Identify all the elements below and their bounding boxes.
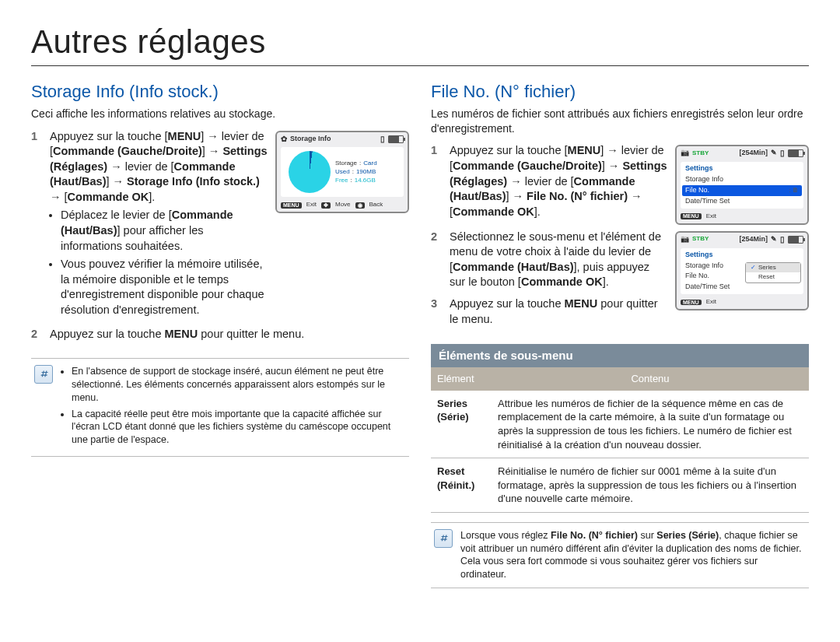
fileno-note-text: Lorsque vous réglez File No. (N° fichier…: [460, 529, 806, 582]
exit-label: Exit: [706, 213, 716, 220]
th-content: Contenu: [492, 367, 809, 391]
cell-reset-label: Reset(Réinit.): [431, 458, 492, 513]
used-key: Used: [335, 169, 350, 176]
back-label: Back: [369, 202, 383, 209]
right-column: File No. (N° fichier) Les numéros de fic…: [431, 80, 809, 588]
step-1-bullet-2: Vous pouvez vérifier la mémoire utilisée…: [61, 257, 268, 317]
back-btn-icon: ◉: [355, 202, 365, 209]
cell-series-label: Series(Série): [431, 391, 492, 458]
step-1-bullet-1: Déplacez le levier de [Commande (Haut/Ba…: [61, 208, 268, 254]
r-step-1-body: Appuyez sur la touche [MENU] → levier de…: [450, 143, 667, 219]
r-step-3-body: Appuyez sur la touche MENU pour quitter …: [450, 296, 667, 327]
left-column: Storage Info (Info stock.) Ceci affiche …: [31, 80, 409, 588]
row-datetime: Date/Time Set: [685, 198, 799, 205]
table-row: Series(Série) Attribue les numéros de fi…: [431, 391, 809, 458]
exit-label: Exit: [706, 299, 716, 306]
card-icon: [780, 149, 785, 158]
free-key: Free: [335, 177, 348, 184]
r-step-1-number: 1: [431, 143, 443, 219]
page-title: Autres réglages: [31, 23, 809, 66]
storage-info-intro: Ceci affiche les informations relatives …: [31, 107, 409, 121]
camera-icon: [681, 149, 689, 157]
table-row: Reset(Réinit.) Réinitialise le numéro de…: [431, 458, 809, 513]
free-val: 14.6GB: [355, 177, 376, 184]
row-settings: Settings: [685, 165, 799, 173]
storage-note: ⌗ En l'absence de support de stockage in…: [31, 358, 409, 457]
fileno-note: ⌗ Lorsque vous réglez File No. (N° fichi…: [431, 522, 809, 589]
battery-icon: [388, 135, 404, 143]
submenu-heading: Éléments de sous-menu: [431, 344, 809, 367]
mins-label: [254Min]: [739, 236, 768, 244]
menu-btn-label: MENU: [681, 300, 702, 306]
used-val: 190MB: [356, 169, 376, 176]
battery-icon: [788, 149, 803, 157]
step-1-body: Appuyez sur la touche [MENU] → levier de…: [50, 129, 268, 321]
step-2-number: 2: [31, 327, 44, 342]
r-step-2-body: Sélectionnez le sous-menu et l'élément d…: [450, 230, 667, 290]
menu-btn-label: MENU: [681, 213, 702, 219]
row-settings: Settings: [685, 251, 799, 259]
gear-icon: [281, 135, 287, 144]
lcd-fileno-options: STBY [254Min] Settings Storage Info Seri…: [675, 231, 809, 310]
note-icon: ⌗: [434, 529, 453, 548]
menu-btn-label: MENU: [281, 202, 302, 209]
option-series: Series: [746, 263, 800, 273]
fileno-heading: File No. (N° fichier): [431, 80, 809, 103]
camera-icon: [681, 236, 689, 244]
row-storage-info: Storage Info: [685, 176, 799, 184]
fileno-intro: Les numéros de fichier sont attribués au…: [431, 107, 809, 136]
lcd-title: Storage Info: [290, 135, 377, 143]
lcd-storage-info: Storage Info Storage:Card Used:190MB Fre…: [275, 131, 409, 214]
option-reset: Reset: [746, 272, 800, 282]
pencil-icon: [771, 236, 777, 244]
storage-note-2: La capacité réelle peut être mois import…: [72, 408, 406, 447]
cell-reset-desc: Réinitialise le numéro de fichier sur 00…: [492, 458, 809, 513]
row-datetime: Date/Time Set: [685, 283, 799, 291]
card-icon: [380, 135, 385, 144]
exit-label: Exit: [306, 202, 317, 209]
storage-key: Storage: [335, 160, 357, 167]
storage-pie-icon: [289, 151, 331, 193]
cell-series-desc: Attribue les numéros de fichier de la sé…: [492, 391, 809, 458]
move-btn-icon: ✥: [321, 202, 331, 209]
step-1-number: 1: [31, 129, 44, 321]
storage-note-1: En l'absence de support de stockage insé…: [72, 365, 406, 405]
step-2-body: Appuyez sur la touche MENU pour quitter …: [50, 327, 409, 342]
mins-label: [254Min]: [739, 149, 768, 157]
r-step-3-number: 3: [431, 296, 443, 327]
card-icon: [780, 235, 785, 244]
lcd-fileno-menu: STBY [254Min] Settings Storage Info File…: [675, 145, 809, 224]
storage-val: Card: [363, 160, 376, 167]
storage-info-heading: Storage Info (Info stock.): [31, 80, 409, 103]
row-fileno: File No.: [685, 187, 789, 195]
stby-label: STBY: [692, 150, 709, 157]
note-icon: ⌗: [34, 365, 53, 384]
pencil-icon: [771, 149, 777, 157]
battery-icon: [788, 236, 803, 244]
stby-label: STBY: [692, 236, 709, 243]
move-label: Move: [335, 202, 351, 209]
r-step-2-number: 2: [431, 230, 443, 290]
submenu-table: Elément Contenu Series(Série) Attribue l…: [431, 367, 809, 512]
th-element: Elément: [431, 367, 492, 391]
